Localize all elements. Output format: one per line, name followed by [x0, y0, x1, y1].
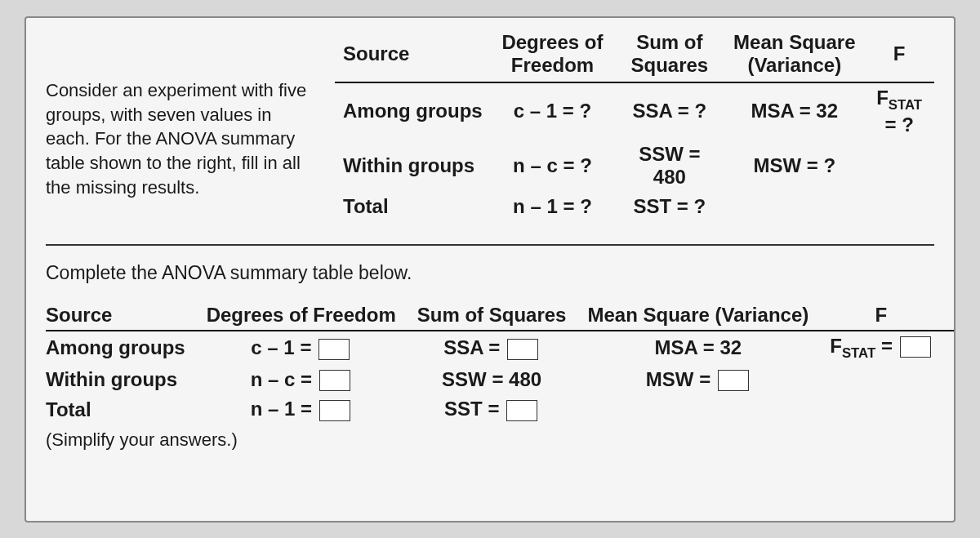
- ref-among-f: FSTAT = ?: [864, 82, 934, 140]
- input-n-minus-1[interactable]: [319, 400, 350, 421]
- fill-total-df: n – 1 =: [207, 394, 417, 425]
- fill-row-total: Total n – 1 = SST =: [46, 394, 954, 425]
- problem-panel: Consider an experiment with five groups,…: [24, 16, 956, 522]
- fill-within-df: n – c =: [207, 365, 417, 395]
- ref-total-ss: SST = ?: [614, 192, 724, 221]
- instruction-text: Complete the ANOVA summary table below.: [46, 262, 934, 284]
- fill-within-label: Within groups: [46, 365, 207, 395]
- input-msw[interactable]: [718, 370, 749, 391]
- fill-total-label: Total: [46, 394, 207, 425]
- fill-hdr-ss: Sum of Squares: [417, 300, 588, 331]
- fill-hdr-source: Source: [46, 300, 207, 331]
- f-suffix: = ?: [884, 113, 913, 136]
- ref-among-ms: MSA = 32: [724, 82, 864, 140]
- ss-prefix: SSA =: [443, 336, 500, 358]
- ref-hdr-ss: Sum of Squares: [614, 28, 724, 82]
- fill-hdr-ms: Mean Square (Variance): [587, 300, 830, 331]
- ref-among-ss: SSA = ?: [614, 82, 724, 140]
- f-subscript: STAT: [842, 345, 875, 361]
- ref-row-within: Within groups n – c = ? SSW = 480 MSW = …: [335, 140, 934, 192]
- ref-within-ss: SSW = 480: [614, 140, 724, 192]
- simplify-note: (Simplify your answers.): [46, 429, 934, 451]
- ms-prefix: MSW =: [646, 368, 710, 390]
- ref-within-ms: MSW = ?: [724, 140, 864, 192]
- input-n-minus-c[interactable]: [319, 370, 350, 391]
- df-prefix: c – 1 =: [251, 336, 311, 358]
- fill-among-df: c – 1 =: [207, 331, 417, 365]
- fill-hdr-f: F: [830, 300, 953, 331]
- fill-total-ss: SST =: [417, 394, 588, 425]
- input-fstat[interactable]: [900, 336, 931, 358]
- ref-total-label: Total: [335, 192, 491, 221]
- ss-prefix: SST =: [444, 398, 499, 420]
- ref-hdr-source: Source: [335, 28, 491, 82]
- section-divider: [46, 244, 934, 246]
- ref-within-df: n – c = ?: [491, 140, 615, 192]
- fill-hdr-df: Degrees of Freedom: [207, 300, 417, 331]
- intro-text: Consider an experiment with five groups,…: [46, 28, 315, 221]
- fillable-anova-table: Source Degrees of Freedom Sum of Squares…: [46, 300, 934, 451]
- ref-within-label: Within groups: [335, 140, 491, 192]
- top-row: Consider an experiment with five groups,…: [46, 28, 934, 221]
- reference-anova-table: Source Degrees of Freedom Sum of Squares…: [335, 28, 934, 221]
- fill-among-label: Among groups: [46, 331, 207, 365]
- df-prefix: n – c =: [251, 368, 312, 390]
- fill-among-ss: SSA =: [417, 331, 588, 365]
- fill-among-f: FSTAT =: [830, 331, 953, 365]
- f-letter: F: [876, 87, 889, 109]
- fill-within-ms: MSW =: [587, 365, 830, 395]
- f-letter: F: [830, 335, 842, 357]
- ref-hdr-df: Degrees of Freedom: [491, 28, 615, 82]
- input-sst[interactable]: [506, 400, 537, 421]
- input-ssa[interactable]: [507, 339, 538, 360]
- f-subscript: STAT: [889, 97, 922, 113]
- fill-row-among: Among groups c – 1 = SSA = MSA = 32 FSTA…: [46, 331, 954, 365]
- fill-row-within: Within groups n – c = SSW = 480 MSW =: [46, 365, 954, 395]
- f-eq: =: [875, 335, 893, 357]
- ref-row-among: Among groups c – 1 = ? SSA = ? MSA = 32 …: [335, 82, 934, 140]
- ref-among-label: Among groups: [335, 82, 491, 140]
- input-c-minus-1[interactable]: [318, 339, 350, 360]
- ref-among-df: c – 1 = ?: [491, 82, 615, 140]
- ref-hdr-ms: Mean Square (Variance): [724, 28, 864, 82]
- fill-among-ms: MSA = 32: [587, 331, 830, 365]
- fill-within-ss: SSW = 480: [417, 365, 588, 395]
- df-prefix: n – 1 =: [251, 398, 312, 420]
- ref-hdr-f: F: [864, 28, 934, 82]
- ref-total-df: n – 1 = ?: [491, 192, 615, 221]
- ref-row-total: Total n – 1 = ? SST = ?: [335, 192, 934, 221]
